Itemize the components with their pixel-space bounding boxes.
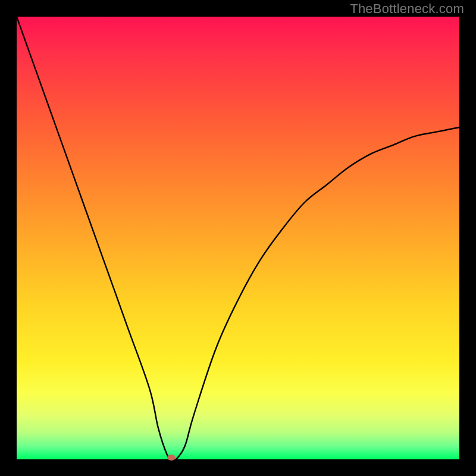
bottleneck-curve xyxy=(17,17,459,459)
minimum-marker xyxy=(167,455,176,461)
chart-frame: TheBottleneck.com xyxy=(0,0,476,476)
watermark-text: TheBottleneck.com xyxy=(350,1,464,17)
plot-area xyxy=(17,17,459,459)
